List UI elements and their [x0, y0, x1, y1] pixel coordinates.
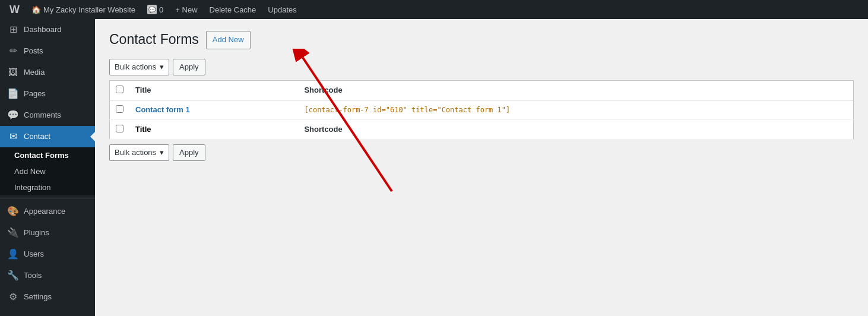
- contact-submenu: Contact Forms Add New Integration: [0, 147, 95, 195]
- sidebar-item-comments[interactable]: 💬 Comments: [0, 105, 95, 126]
- sidebar-divider: [0, 198, 95, 198]
- delete-cache-label: Delete Cache: [210, 5, 256, 14]
- admin-bar: W 🏠 My Zacky Installer Website 💬 0 + New…: [0, 0, 868, 19]
- select-all-footer-checkbox[interactable]: [116, 125, 123, 132]
- sidebar-item-label: Tools: [24, 270, 42, 281]
- new-label: + New: [175, 5, 197, 14]
- submenu-label: Add New: [14, 167, 46, 176]
- sidebar-item-label: Posts: [24, 46, 43, 56]
- sidebar-item-users[interactable]: 👤 Users: [0, 244, 95, 265]
- updates-label: Updates: [268, 5, 296, 14]
- top-apply-button[interactable]: Apply: [173, 59, 205, 75]
- sidebar-item-posts[interactable]: ✏ Posts: [0, 40, 95, 62]
- bottom-apply-button[interactable]: Apply: [173, 144, 205, 161]
- appearance-icon: 🎨: [7, 206, 19, 217]
- table-footer-row: Title Shortcode: [110, 119, 854, 139]
- users-icon: 👤: [7, 248, 19, 260]
- home-icon: 🏠: [31, 5, 41, 14]
- table-row: Contact form 1 [contact-form-7 id="610" …: [110, 100, 854, 119]
- bottom-table-controls: Bulk actions ▾ Apply: [109, 144, 854, 161]
- form-title-link[interactable]: Contact form 1: [135, 105, 190, 114]
- bottom-bulk-actions-select[interactable]: Bulk actions ▾: [109, 144, 169, 161]
- top-bulk-actions-select[interactable]: Bulk actions ▾: [109, 59, 169, 75]
- sidebar-item-contact[interactable]: ✉ Contact: [0, 126, 95, 147]
- row-checkbox[interactable]: [116, 105, 123, 113]
- table-footer-title: Title: [129, 119, 298, 139]
- sidebar-item-plugins[interactable]: 🔌 Plugins: [0, 222, 95, 244]
- top-bulk-actions-chevron: ▾: [160, 62, 164, 71]
- contact-forms-table: Title Shortcode Contact form 1: [109, 80, 854, 140]
- sidebar-item-label: Dashboard: [24, 24, 62, 35]
- dashboard-icon: ⊞: [7, 24, 19, 36]
- bottom-bulk-actions-chevron: ▾: [160, 148, 164, 157]
- plugins-icon: 🔌: [7, 227, 19, 239]
- tools-icon: 🔧: [7, 270, 19, 282]
- settings-icon: ⚙: [7, 291, 19, 303]
- submenu-contact-forms[interactable]: Contact Forms: [0, 147, 95, 163]
- table-header-shortcode: Shortcode: [298, 80, 853, 100]
- submenu-label: Integration: [14, 183, 50, 192]
- table-footer-cb: [110, 119, 130, 139]
- new-content-link[interactable]: + New: [170, 0, 202, 19]
- updates-link[interactable]: Updates: [263, 0, 301, 19]
- select-all-checkbox[interactable]: [116, 86, 123, 93]
- table-header-row: Title Shortcode: [110, 80, 854, 100]
- table-footer-shortcode: Shortcode: [298, 119, 853, 139]
- sidebar-item-label: Plugins: [24, 227, 49, 238]
- sidebar-item-label: Settings: [24, 292, 52, 302]
- media-icon: 🖼: [7, 67, 19, 78]
- delete-cache-link[interactable]: Delete Cache: [205, 0, 261, 19]
- sidebar-item-label: Comments: [24, 110, 61, 121]
- page-header: Contact Forms Add New: [109, 31, 854, 49]
- comment-count: 0: [159, 5, 163, 14]
- table-header-cb: [110, 80, 130, 100]
- pages-icon: 📄: [7, 88, 19, 100]
- sidebar-item-label: Users: [24, 249, 44, 260]
- sidebar-item-label: Contact: [24, 131, 50, 142]
- sidebar-item-tools[interactable]: 🔧 Tools: [0, 265, 95, 286]
- posts-icon: ✏: [7, 45, 19, 57]
- top-bulk-actions-label: Bulk actions: [115, 62, 156, 71]
- submenu-integration[interactable]: Integration: [0, 179, 95, 195]
- comment-bubble-icon: 💬: [147, 5, 157, 14]
- wp-logo-icon: W: [9, 4, 20, 16]
- sidebar-item-dashboard[interactable]: ⊞ Dashboard: [0, 19, 95, 40]
- contact-icon: ✉: [7, 131, 19, 143]
- sidebar-item-pages[interactable]: 📄 Pages: [0, 83, 95, 105]
- submenu-label: Contact Forms: [14, 151, 69, 160]
- site-name: My Zacky Installer Website: [43, 5, 135, 14]
- row-checkbox-cell: [110, 100, 130, 119]
- table-header-title: Title: [129, 80, 298, 100]
- add-new-button[interactable]: Add New: [206, 31, 251, 49]
- sidebar-item-label: Pages: [24, 89, 46, 99]
- sidebar-item-settings[interactable]: ⚙ Settings: [0, 286, 95, 308]
- row-title-cell: Contact form 1: [129, 100, 298, 119]
- sidebar-item-media[interactable]: 🖼 Media: [0, 62, 95, 83]
- sidebar-item-label: Media: [24, 67, 45, 78]
- bottom-bulk-actions-label: Bulk actions: [115, 148, 156, 157]
- comments-icon: 💬: [7, 109, 19, 121]
- site-name-link[interactable]: 🏠 My Zacky Installer Website: [27, 0, 140, 19]
- sidebar: ⊞ Dashboard ✏ Posts 🖼 Media 📄 Pages 💬 Co…: [0, 19, 95, 316]
- top-table-controls: Bulk actions ▾ Apply: [109, 59, 854, 75]
- submenu-add-new[interactable]: Add New: [0, 163, 95, 179]
- main-content: Contact Forms Add New Bulk actions ▾ App…: [95, 19, 868, 316]
- main-layout: ⊞ Dashboard ✏ Posts 🖼 Media 📄 Pages 💬 Co…: [0, 19, 868, 316]
- page-title: Contact Forms: [109, 31, 199, 49]
- shortcode-value: [contact-form-7 id="610" title="Contact …: [304, 106, 510, 114]
- wp-logo-link[interactable]: W: [5, 0, 24, 19]
- comments-link[interactable]: 💬 0: [142, 0, 168, 19]
- row-shortcode-cell: [contact-form-7 id="610" title="Contact …: [298, 100, 853, 119]
- sidebar-item-label: Appearance: [24, 206, 65, 217]
- sidebar-item-appearance[interactable]: 🎨 Appearance: [0, 201, 95, 222]
- sidebar-active-arrow: [90, 132, 95, 141]
